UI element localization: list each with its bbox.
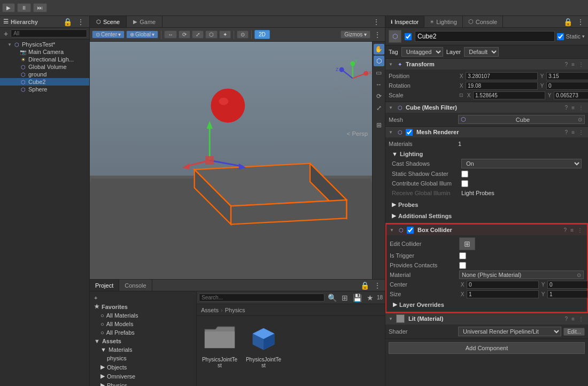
bc-material-field[interactable]: None (Physic Material) ⊙	[459, 271, 584, 279]
proj-save-btn[interactable]: 💾	[351, 292, 363, 303]
cast-shadows-select[interactable]: On	[461, 159, 582, 168]
transform-preset-btn[interactable]: ≡	[570, 61, 576, 67]
bc-preset-btn[interactable]: ≡	[569, 227, 575, 233]
proj-all-models[interactable]: ○ All Models	[90, 320, 196, 328]
center-y-field[interactable]	[547, 281, 588, 289]
proj-assets[interactable]: ▼ Assets	[90, 337, 196, 345]
scene-panel-menu[interactable]: ⋮	[371, 17, 382, 27]
hier-item-cube2[interactable]: ⬡ Cube2	[0, 78, 89, 86]
material-header[interactable]: ▼ Lit (Material) ? ≡ ⋮	[385, 313, 588, 325]
tab-lighting[interactable]: ☀ Lighting	[424, 16, 463, 27]
add-component-btn[interactable]: Add Component	[389, 342, 585, 354]
scene-panel-icon[interactable]: ⋮	[372, 29, 383, 40]
is-trigger-checkbox[interactable]	[459, 252, 466, 259]
hierarchy-add-btn[interactable]: +	[2, 28, 10, 39]
transform-menu-btn[interactable]: ⋮	[577, 61, 585, 67]
tool-pointer[interactable]: ⬡	[374, 56, 384, 66]
insp-lock[interactable]: 🔒	[562, 17, 574, 27]
mesh-filter-header[interactable]: ▼ ⬡ Cube (Mesh Filter) ? ≡ ⋮	[385, 102, 588, 113]
tab-scene[interactable]: ⬡ Scene	[90, 16, 127, 27]
hier-item-ground[interactable]: ⬡ ground	[0, 71, 89, 78]
bc-help-btn[interactable]: ?	[563, 227, 568, 233]
asset-cube[interactable]: PhysicsJointTest	[245, 320, 282, 382]
proj-physics[interactable]: ▶ Physics	[90, 381, 196, 386]
scale-x-field[interactable]	[473, 91, 545, 99]
asset-folder[interactable]: PhysicsJointTest	[201, 320, 238, 382]
tab-inspector[interactable]: ℹ Inspector	[385, 16, 424, 27]
hierarchy-search[interactable]	[11, 29, 87, 37]
size-y-field[interactable]	[547, 290, 588, 298]
static-dropdown-btn[interactable]: ▾	[582, 34, 585, 39]
hierarchy-lock-btn[interactable]: 🔒	[61, 17, 74, 27]
mf-preset-btn[interactable]: ≡	[570, 105, 576, 111]
play-button[interactable]: ▶	[2, 3, 15, 12]
project-search-input[interactable]	[199, 294, 324, 302]
tab-game[interactable]: ▶ Game	[127, 16, 163, 27]
proj-objects[interactable]: ▶ Objects	[90, 362, 196, 372]
lighting-sub-header[interactable]: ▼ Lighting	[392, 150, 582, 158]
shader-edit-btn[interactable]: Edit...	[563, 328, 585, 336]
hier-item-main-camera[interactable]: 📷 Main Camera	[0, 48, 89, 56]
gizmos-btn[interactable]: Gizmos ▾	[341, 30, 370, 38]
rot-y-field[interactable]	[546, 82, 588, 90]
size-x-field[interactable]	[467, 290, 539, 298]
box-collider-header[interactable]: ▼ ⬡ Box Collider ? ≡ ⋮	[386, 225, 587, 235]
viewport[interactable]: X Y Z < Persp	[90, 42, 372, 279]
bc-material-target[interactable]: ⊙	[577, 272, 581, 278]
rot-x-field[interactable]	[466, 82, 538, 90]
project-menu[interactable]: ⋮	[372, 280, 383, 291]
bc-menu-btn[interactable]: ⋮	[576, 227, 584, 233]
center-x-field[interactable]	[467, 281, 539, 289]
hierarchy-menu-btn[interactable]: ⋮	[75, 17, 86, 27]
mesh-target-icon[interactable]: ⊙	[578, 117, 582, 122]
static-shadow-checkbox[interactable]	[461, 171, 468, 177]
proj-omniverse[interactable]: ▶ Omniverse	[90, 372, 196, 381]
shader-select[interactable]: Universal Render Pipeline/Lit	[458, 327, 561, 336]
hier-item-physics-test[interactable]: ▼ ⬡ PhysicsTest*	[0, 41, 89, 48]
mr-menu-btn[interactable]: ⋮	[577, 129, 585, 135]
layer-select[interactable]: Default	[464, 47, 499, 57]
proj-physics-mat[interactable]: physics	[90, 354, 196, 362]
mr-enabled-checkbox[interactable]	[406, 129, 413, 136]
tool-scale[interactable]: ⤢	[192, 30, 204, 38]
transform-help-btn[interactable]: ?	[564, 61, 569, 67]
comp-transform-header[interactable]: ▼ ✦ Transform ? ≡ ⋮	[385, 59, 588, 70]
probes-header[interactable]: ▶ Probes	[392, 200, 582, 209]
tool-move[interactable]: ↔	[164, 30, 177, 38]
tool-all[interactable]: ✦	[219, 30, 231, 38]
contribute-gi-checkbox[interactable]	[461, 180, 468, 187]
mr-help-btn[interactable]: ?	[564, 129, 569, 135]
step-button[interactable]: ⏭	[33, 3, 47, 12]
layer-overrides-header[interactable]: ▶ Layer Overrides	[393, 300, 581, 309]
tool-hand[interactable]: ✋	[374, 44, 384, 55]
mat-preset-btn[interactable]: ≡	[570, 316, 576, 322]
mr-preset-btn[interactable]: ≡	[570, 129, 576, 135]
mat-help-btn[interactable]: ?	[564, 316, 569, 322]
mf-help-btn[interactable]: ?	[564, 105, 569, 111]
mat-menu-btn[interactable]: ⋮	[577, 316, 585, 322]
center-pivot-btn[interactable]: ⊙ Center ▾	[92, 30, 125, 38]
insp-menu[interactable]: ⋮	[575, 17, 586, 27]
proj-filter-btn[interactable]: ⊞	[340, 292, 350, 303]
tool-move2[interactable]: ↔	[374, 79, 384, 90]
hier-item-sphere[interactable]: ⬡ Sphere	[0, 86, 89, 93]
tool-custom[interactable]: ⊞	[374, 120, 384, 130]
tab-console[interactable]: Console	[119, 280, 152, 291]
scale-y-field[interactable]	[554, 91, 588, 99]
proj-all-prefabs[interactable]: ○ All Prefabs	[90, 328, 196, 337]
tool-rotate[interactable]: ⟳	[179, 30, 190, 38]
hier-item-global-volume[interactable]: ⬡ Global Volume	[0, 63, 89, 71]
tool-rect2[interactable]: ▭	[374, 67, 384, 78]
tool-rect[interactable]: ⬡	[205, 30, 218, 38]
proj-materials[interactable]: ▼ Materials	[90, 345, 196, 354]
mf-menu-btn[interactable]: ⋮	[577, 105, 585, 111]
tool-custom1[interactable]: ⊙	[237, 30, 249, 38]
edit-collider-btn[interactable]: ⊞	[459, 237, 475, 250]
project-lock[interactable]: 🔒	[359, 280, 371, 291]
tab-project[interactable]: Project	[90, 280, 119, 291]
global-local-btn[interactable]: ⊕ Global ▾	[126, 30, 158, 38]
provides-contacts-checkbox[interactable]	[459, 262, 466, 269]
tool-scale2[interactable]: ⤢	[374, 103, 384, 113]
bc-enabled-checkbox[interactable]	[407, 227, 414, 234]
pos-y-field[interactable]	[546, 72, 588, 80]
